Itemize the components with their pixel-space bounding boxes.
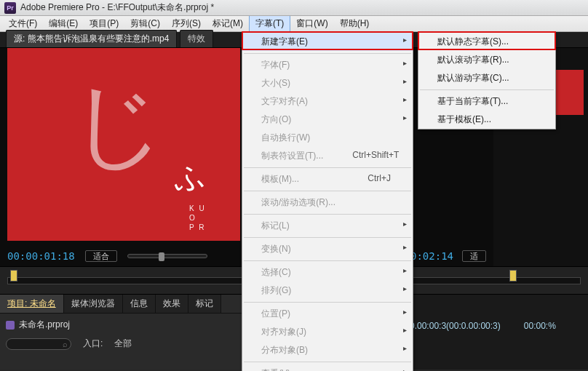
menu-item-tabs[interactable]: 制表符设置(T)...Ctrl+Shift+T (242, 147, 413, 165)
submenu-based-template[interactable]: 基于模板(E)... (418, 111, 555, 129)
effects-tab[interactable]: 特效 (180, 30, 213, 47)
zoom-slider[interactable] (127, 254, 207, 258)
menu-item-distribute[interactable]: 分布对象(B) (242, 341, 413, 359)
submenu-default-still[interactable]: 默认静态字幕(S)... (418, 33, 555, 51)
menu-item-font[interactable]: 字体(F) (242, 56, 413, 74)
tab-media-browser[interactable]: 媒体浏览器 (64, 295, 123, 313)
menu-separator (244, 53, 411, 54)
search-input[interactable]: ⌕ (6, 338, 71, 350)
menu-item-size[interactable]: 大小(S) (242, 74, 413, 92)
menu-item-new-title[interactable]: 新建字幕(E) (242, 33, 413, 51)
ruler-mark: 0.00:00:3(00:0.00:00:3) (410, 321, 501, 334)
window-title: Adobe Premiere Pro - E:\FFOutput\未命名.prp… (20, 1, 214, 14)
menu-project[interactable]: 项目(P) (84, 16, 124, 31)
graphic-small: K UOP R (189, 204, 206, 232)
source-timecode[interactable]: 00:00:01:18 (7, 250, 75, 262)
menu-separator (244, 167, 411, 168)
graphic-hira: ふ (175, 157, 206, 198)
menu-separator (244, 237, 411, 238)
menu-item-roll[interactable]: 滚动/游动选项(R)... (242, 194, 413, 212)
menu-item-text-align[interactable]: 文字对齐(A) (242, 92, 413, 111)
tab-effects[interactable]: 效果 (156, 295, 188, 313)
menu-item-arrange[interactable]: 排列(G) (242, 282, 413, 300)
submenu-based-current[interactable]: 基于当前字幕(T)... (418, 92, 555, 111)
menu-item-template[interactable]: 模板(M)...Ctrl+J (242, 170, 413, 188)
menu-item-view[interactable]: 查看(V) (242, 364, 413, 371)
menu-file[interactable]: 文件(F) (3, 16, 43, 31)
menu-separator (244, 214, 411, 215)
menu-title[interactable]: 字幕(T) (249, 16, 290, 31)
menu-separator (420, 89, 554, 90)
menu-edit[interactable]: 编辑(E) (43, 16, 84, 31)
title-menu: 新建字幕(E) 字体(F) 大小(S) 文字对齐(A) 方向(O) 自动换行(W… (242, 32, 413, 371)
project-file-name: 未命名.prproj (19, 319, 70, 331)
menu-item-transform[interactable]: 变换(N) (242, 240, 413, 258)
playhead-program[interactable] (509, 270, 517, 282)
menu-marker[interactable]: 标记(M) (207, 16, 249, 31)
zoom-fit-2[interactable]: 适 (462, 250, 486, 262)
submenu-default-crawl[interactable]: 默认游动字幕(C)... (418, 69, 555, 87)
graphic-char: じ (69, 77, 166, 172)
menu-sequence[interactable]: 序列(S) (166, 16, 207, 31)
menu-separator (244, 302, 411, 303)
ruler-mark: 00:00:% (524, 321, 556, 334)
workspace: 源: 熊本熊告诉泡温泉有些要注意的.mp4 特效 じ ふ K UOP R 00:… (0, 32, 588, 370)
menu-item-wrap[interactable]: 自动换行(W) (242, 129, 413, 147)
menu-separator (244, 362, 411, 362)
inpoint-label: 入口: (83, 338, 103, 350)
app-icon: Pr (4, 2, 16, 14)
submenu-default-roll[interactable]: 默认滚动字幕(R)... (418, 51, 555, 69)
inpoint-value[interactable]: 全部 (114, 338, 132, 350)
menu-separator (244, 191, 411, 191)
project-file-icon (6, 321, 15, 330)
menu-item-mark[interactable]: 标记(L) (242, 217, 413, 235)
video-preview: じ ふ K UOP R (7, 48, 240, 241)
tab-project[interactable]: 项目: 未命名 (0, 295, 64, 313)
search-icon: ⌕ (63, 340, 68, 348)
menu-item-align[interactable]: 对齐对象(J) (242, 323, 413, 341)
zoom-fit[interactable]: 适合 (85, 250, 117, 262)
menu-item-orientation[interactable]: 方向(O) (242, 111, 413, 129)
tab-info[interactable]: 信息 (123, 295, 156, 313)
menu-item-position[interactable]: 位置(P) (242, 305, 413, 323)
tab-markers[interactable]: 标记 (188, 295, 221, 313)
menu-help[interactable]: 帮助(H) (334, 16, 376, 31)
title-bar: Pr Adobe Premiere Pro - E:\FFOutput\未命名.… (0, 0, 588, 16)
menu-item-select[interactable]: 选择(C) (242, 263, 413, 282)
menu-clip[interactable]: 剪辑(C) (124, 16, 166, 31)
playhead-source[interactable] (10, 270, 17, 282)
source-tab[interactable]: 源: 熊本熊告诉泡温泉有些要注意的.mp4 (6, 30, 177, 47)
menu-separator (244, 260, 411, 261)
menu-window[interactable]: 窗口(W) (290, 16, 333, 31)
new-title-submenu: 默认静态字幕(S)... 默认滚动字幕(R)... 默认游动字幕(C)... 基… (418, 32, 556, 129)
